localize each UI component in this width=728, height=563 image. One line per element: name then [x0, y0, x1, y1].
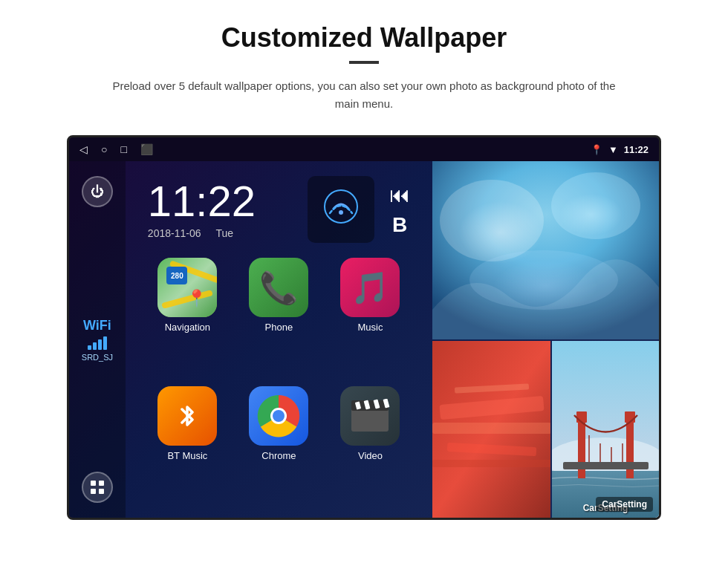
svg-rect-1: [99, 481, 104, 486]
clock-area: 11:22 2018-11-06 Tue: [126, 161, 432, 250]
android-frame: ◁ ○ □ ⬛ 📍 ▼ 11:22 ⏻ WiFi: [67, 135, 661, 520]
left-sidebar: ⏻ WiFi SRD_SJ: [69, 161, 126, 518]
grid-icon: [90, 480, 105, 495]
media-icons: ⏮ B: [308, 176, 410, 243]
music-emoji: 🎵: [351, 270, 389, 306]
prev-track-icon[interactable]: ⏮: [389, 183, 410, 207]
screenshot-icon[interactable]: ⬛: [140, 143, 153, 155]
music-label: Music: [357, 322, 383, 333]
abstract-svg: [432, 341, 550, 518]
svg-rect-3: [99, 489, 104, 494]
app-item-phone[interactable]: 📞 Phone: [239, 258, 319, 374]
wifi-bar-2: [93, 342, 97, 350]
wifi-block: WiFi SRD_SJ: [82, 318, 113, 362]
clock-day-value: Tue: [215, 227, 233, 239]
status-left: ◁ ○ □ ⬛: [79, 143, 153, 155]
recent-icon[interactable]: □: [120, 143, 126, 155]
clapper-svg: [350, 399, 390, 433]
apps-button[interactable]: [82, 472, 113, 503]
wallpaper-ice[interactable]: [432, 161, 659, 339]
home-icon[interactable]: ○: [101, 143, 107, 155]
svg-rect-2: [91, 489, 96, 494]
phone-emoji: 📞: [259, 270, 298, 306]
app-item-video[interactable]: Video: [331, 386, 410, 503]
svg-rect-32: [576, 411, 587, 423]
wallpaper-bottom-row: CarSetting: [432, 341, 659, 518]
center-area: 11:22 2018-11-06 Tue: [126, 161, 432, 518]
wallpaper-panel: CarSetting CarSetting: [432, 161, 659, 518]
wallpaper-bridge[interactable]: CarSetting: [552, 341, 659, 518]
navigation-icon: 280 📍: [157, 258, 217, 317]
app-item-chrome[interactable]: Chrome: [239, 386, 319, 503]
chrome-svg: [256, 394, 301, 438]
svg-rect-0: [91, 481, 96, 486]
back-icon[interactable]: ◁: [79, 143, 88, 155]
chrome-icon: [249, 386, 308, 446]
carsetting-overlay: CarSetting: [596, 497, 653, 512]
power-button[interactable]: ⏻: [82, 176, 113, 207]
bluetooth-svg: [169, 397, 206, 435]
app-item-navigation[interactable]: 280 📍 Navigation: [148, 258, 227, 374]
location-icon: 📍: [591, 144, 602, 155]
map-shield: 280: [166, 267, 187, 284]
wallpaper-abstract[interactable]: [432, 341, 550, 518]
svg-point-10: [273, 410, 285, 422]
svg-rect-25: [432, 460, 550, 467]
music-icon: 🎵: [340, 258, 400, 317]
status-right: 📍 ▼ 11:22: [591, 144, 649, 155]
media-box-main: [308, 176, 374, 243]
page-wrapper: Customized Wallpaper Preload over 5 defa…: [0, 0, 728, 535]
ice-bg: [432, 161, 659, 339]
map-pin-icon: 📍: [186, 289, 207, 308]
clock-time: 11:22: [148, 180, 256, 223]
clock-date-value: 2018-11-06: [148, 227, 201, 239]
phone-icon: 📞: [249, 258, 308, 317]
video-label: Video: [358, 450, 383, 461]
svg-rect-11: [351, 408, 389, 432]
page-subtitle: Preload over 5 default wallpaper options…: [104, 77, 624, 113]
phone-label: Phone: [265, 322, 293, 333]
chrome-label: Chrome: [261, 450, 296, 461]
svg-point-5: [339, 210, 343, 215]
app-item-btmusic[interactable]: BT Music: [148, 386, 227, 503]
wifi-bars: [82, 336, 113, 350]
wifi-label: WiFi: [82, 318, 113, 333]
wifi-bar-4: [103, 336, 107, 350]
status-time: 11:22: [624, 144, 649, 155]
btmusic-icon: [157, 386, 217, 446]
clock-block: 11:22 2018-11-06 Tue: [148, 180, 256, 239]
navigation-label: Navigation: [165, 322, 210, 333]
title-divider: [349, 61, 379, 64]
ice-pattern: [432, 161, 659, 339]
app-grid: 280 📍 Navigation 📞 Phone: [126, 250, 432, 518]
video-icon: [340, 386, 400, 446]
wifi-bar-3: [98, 339, 102, 350]
bridge-svg: [552, 341, 659, 518]
screen-body: ⏻ WiFi SRD_SJ: [69, 161, 659, 518]
media-letter: B: [392, 213, 407, 237]
ssid-text: SRD_SJ: [82, 353, 113, 362]
app-item-music[interactable]: 🎵 Music: [331, 258, 410, 374]
signal-icon: ▼: [608, 144, 618, 155]
btmusic-label: BT Music: [167, 450, 207, 461]
page-title: Customized Wallpaper: [30, 22, 698, 53]
wifi-bar-1: [88, 345, 91, 350]
clock-date: 2018-11-06 Tue: [148, 227, 256, 239]
svg-rect-34: [563, 462, 649, 469]
status-bar: ◁ ○ □ ⬛ 📍 ▼ 11:22: [69, 137, 659, 161]
svg-rect-23: [432, 423, 550, 434]
wifi-signal-icon: [322, 188, 360, 232]
